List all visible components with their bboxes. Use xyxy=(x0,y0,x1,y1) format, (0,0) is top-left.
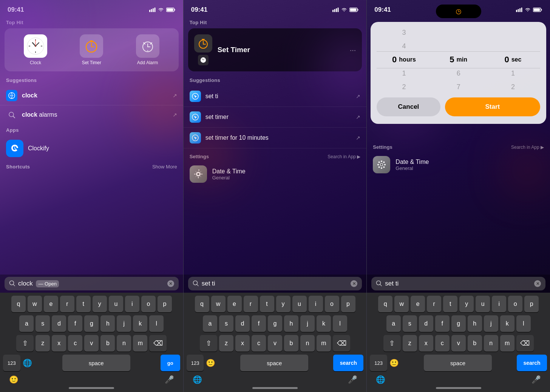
key-e-2[interactable]: e xyxy=(227,296,242,312)
key-p[interactable]: p xyxy=(158,296,172,312)
key-delete[interactable]: ⌫ xyxy=(149,335,167,352)
key-n-3[interactable]: n xyxy=(484,335,498,352)
key-emoji[interactable]: 🙂 xyxy=(9,375,19,384)
key-mic[interactable]: 🎤 xyxy=(165,375,174,384)
key-c-2[interactable]: c xyxy=(252,335,266,352)
key-i-2[interactable]: i xyxy=(309,296,323,312)
key-f-2[interactable]: f xyxy=(252,315,266,332)
key-m[interactable]: m xyxy=(133,335,147,352)
search-bar-3[interactable]: set ti ✕ xyxy=(371,277,545,290)
key-123-3[interactable]: 123 xyxy=(370,355,387,371)
key-v[interactable]: v xyxy=(84,335,99,352)
search-in-app-2[interactable]: Search in App ▶ xyxy=(328,154,360,159)
key-w-3[interactable]: w xyxy=(394,296,409,312)
key-c-3[interactable]: c xyxy=(435,335,450,352)
key-o-3[interactable]: o xyxy=(508,296,522,312)
search-input-text-2[interactable]: set ti xyxy=(202,280,348,287)
key-y-2[interactable]: y xyxy=(276,296,290,312)
key-n[interactable]: n xyxy=(117,335,131,352)
key-u-3[interactable]: u xyxy=(476,296,490,312)
search-input-text[interactable]: clock — Open xyxy=(18,280,164,287)
key-y-3[interactable]: y xyxy=(459,296,474,312)
key-g-3[interactable]: g xyxy=(451,315,466,332)
key-z[interactable]: z xyxy=(36,335,50,352)
key-j-2[interactable]: j xyxy=(300,315,315,332)
search-in-app-3[interactable]: Search in App ▶ xyxy=(511,145,544,150)
key-globe-3[interactable]: 🙂 xyxy=(389,358,399,367)
key-t[interactable]: t xyxy=(76,296,91,312)
key-w[interactable]: w xyxy=(28,296,42,312)
key-go[interactable]: go xyxy=(161,355,180,371)
key-s-2[interactable]: s xyxy=(219,315,233,332)
key-w-2[interactable]: w xyxy=(211,296,226,312)
key-f-3[interactable]: f xyxy=(435,315,450,332)
key-i-3[interactable]: i xyxy=(492,296,506,312)
key-m-3[interactable]: m xyxy=(500,335,514,352)
show-more[interactable]: Show More xyxy=(152,164,177,170)
key-r[interactable]: r xyxy=(60,296,74,312)
clockify-app-item[interactable]: Clockify xyxy=(0,136,183,161)
key-m-2[interactable]: m xyxy=(317,335,331,352)
key-q-3[interactable]: q xyxy=(378,296,392,312)
key-a[interactable]: a xyxy=(19,315,34,332)
key-a-2[interactable]: a xyxy=(203,315,217,332)
key-globe-icon-2[interactable]: 🌐 xyxy=(193,375,202,384)
key-search-3[interactable]: search xyxy=(517,355,547,371)
key-space-3[interactable]: space xyxy=(424,355,492,371)
key-h[interactable]: h xyxy=(100,315,115,332)
key-i[interactable]: i xyxy=(125,296,139,312)
key-e[interactable]: e xyxy=(44,296,58,312)
key-globe-2[interactable]: 🙂 xyxy=(206,358,215,367)
key-s[interactable]: s xyxy=(36,315,50,332)
key-z-3[interactable]: z xyxy=(403,335,417,352)
key-b[interactable]: b xyxy=(100,335,115,352)
key-delete-3[interactable]: ⌫ xyxy=(516,335,534,352)
key-g[interactable]: g xyxy=(84,315,99,332)
key-shift[interactable]: ⇧ xyxy=(16,335,34,352)
key-a-3[interactable]: a xyxy=(386,315,401,332)
key-shift-2[interactable]: ⇧ xyxy=(200,335,217,352)
key-d-3[interactable]: d xyxy=(419,315,433,332)
picker-seconds-col[interactable]: 0 sec 1 2 3 xyxy=(486,22,540,97)
key-g-2[interactable]: g xyxy=(268,315,282,332)
timer-cancel-button[interactable]: Cancel xyxy=(377,97,440,116)
key-o-2[interactable]: o xyxy=(325,296,339,312)
key-u[interactable]: u xyxy=(109,296,123,312)
key-k[interactable]: k xyxy=(133,315,147,332)
key-f[interactable]: f xyxy=(68,315,82,332)
key-delete-2[interactable]: ⌫ xyxy=(333,335,350,352)
key-search-2[interactable]: search xyxy=(333,355,363,371)
key-l-2[interactable]: l xyxy=(333,315,347,332)
key-e-3[interactable]: e xyxy=(411,296,425,312)
picker-minutes-col[interactable]: 5 min 6 7 8 xyxy=(431,22,486,97)
key-z-2[interactable]: z xyxy=(219,335,233,352)
key-j[interactable]: j xyxy=(117,315,131,332)
key-h-2[interactable]: h xyxy=(284,315,298,332)
key-r-3[interactable]: r xyxy=(427,296,441,312)
key-r-2[interactable]: r xyxy=(244,296,258,312)
key-u-2[interactable]: u xyxy=(292,296,307,312)
key-space-2[interactable]: space xyxy=(240,355,308,371)
key-v-2[interactable]: v xyxy=(268,335,282,352)
key-b-3[interactable]: b xyxy=(468,335,482,352)
key-globe[interactable]: 🌐 xyxy=(23,358,32,367)
key-shift-3[interactable]: ⇧ xyxy=(383,335,401,352)
key-k-3[interactable]: k xyxy=(500,315,514,332)
key-h-3[interactable]: h xyxy=(468,315,482,332)
search-input-text-3[interactable]: set ti xyxy=(385,280,531,287)
key-123[interactable]: 123 xyxy=(3,355,20,371)
key-globe-icon-3[interactable]: 🌐 xyxy=(376,375,385,384)
key-y[interactable]: y xyxy=(93,296,107,312)
key-p-3[interactable]: p xyxy=(524,296,539,312)
key-n-2[interactable]: n xyxy=(300,335,315,352)
suggestion-settimer[interactable]: set timer ↗ xyxy=(184,107,367,128)
key-mic-3[interactable]: 🎤 xyxy=(531,375,541,384)
key-d[interactable]: d xyxy=(52,315,66,332)
key-x-3[interactable]: x xyxy=(419,335,433,352)
key-q-2[interactable]: q xyxy=(195,296,209,312)
key-o[interactable]: o xyxy=(141,296,156,312)
key-123-2[interactable]: 123 xyxy=(187,355,204,371)
key-j-3[interactable]: j xyxy=(484,315,498,332)
key-s-3[interactable]: s xyxy=(403,315,417,332)
key-q[interactable]: q xyxy=(11,296,26,312)
